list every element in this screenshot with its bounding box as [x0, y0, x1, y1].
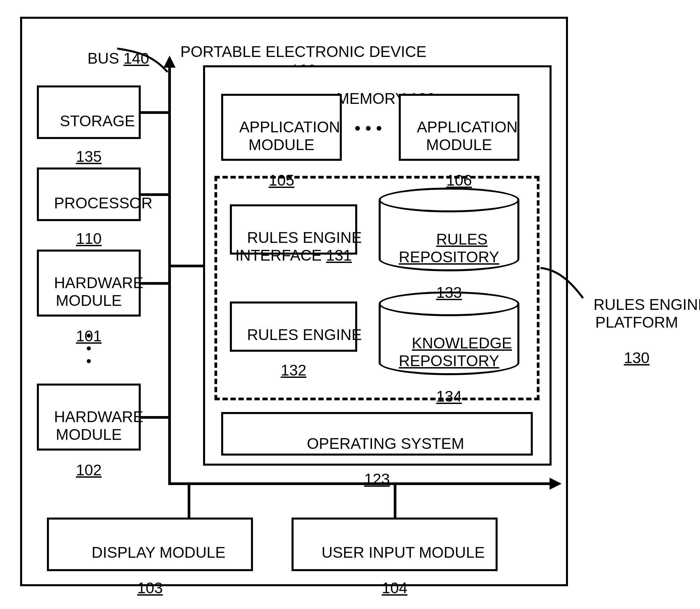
platform-title: RULES ENGINE PLATFORM: [594, 296, 700, 331]
rules-repo-title: RULES REPOSITORY: [399, 230, 499, 266]
re-label: RULES ENGINE 132: [230, 308, 357, 397]
app1-title: APPLICATION MODULE: [239, 118, 340, 153]
storage-ref: 135: [76, 148, 102, 165]
display-stub: [188, 485, 190, 518]
memory-stub: [169, 265, 204, 267]
processor-ref: 110: [76, 230, 102, 247]
os-ref: 123: [364, 470, 390, 488]
hw2-label: HARDWARE MODULE 102: [37, 390, 141, 497]
userinput-ref: 104: [382, 579, 408, 597]
bus-title: BUS: [87, 50, 119, 67]
hw2-title: HARDWARE MODULE: [54, 408, 143, 443]
hw2-ref: 102: [76, 461, 102, 479]
bus-vertical: [168, 65, 171, 484]
re-ref: 132: [281, 362, 307, 379]
vertical-ellipsis-icon: [87, 334, 91, 372]
storage-title: STORAGE: [60, 112, 135, 129]
platform-label: RULES ENGINE PLATFORM 130: [576, 278, 697, 384]
memory-title: MEMORY: [337, 90, 405, 107]
processor-title: PROCESSOR: [54, 194, 152, 212]
app2-title: APPLICATION MODULE: [417, 118, 518, 153]
know-repo-title: KNOWLEDGE REPOSITORY: [399, 334, 512, 369]
os-title: OPERATING SYSTEM: [307, 435, 464, 452]
rules-repo-ref: 133: [436, 284, 462, 301]
rules-repo-label: RULES REPOSITORY 133: [379, 213, 519, 319]
display-title: DISPLAY MODULE: [91, 544, 225, 561]
hw1-title: HARDWARE MODULE: [54, 274, 143, 309]
userinput-stub: [394, 485, 396, 518]
bus-arrow-up: [164, 56, 175, 68]
userinput-label: USER INPUT MODULE 104: [292, 526, 498, 609]
platform-ref: 130: [624, 349, 650, 366]
rei-label: RULES ENGINE INTERFACE 131: [230, 211, 357, 282]
rei-ref: 131: [326, 246, 352, 264]
hw1-stub: [141, 282, 169, 285]
os-label: OPERATING SYSTEM 123: [221, 417, 533, 505]
processor-stub: [141, 193, 169, 196]
bus-ref: 140: [123, 50, 149, 67]
hw2-stub: [141, 416, 169, 419]
know-repo-label: KNOWLEDGE REPOSITORY 134: [379, 316, 519, 423]
horizontal-ellipsis-icon: [355, 125, 387, 129]
rules-repo-cylinder: RULES REPOSITORY 133: [379, 188, 519, 271]
display-label: DISPLAY MODULE 103: [47, 526, 253, 609]
know-repo-ref: 134: [436, 387, 462, 405]
userinput-title: USER INPUT MODULE: [321, 544, 484, 561]
diagram-root: PORTABLE ELECTRONIC DEVICE 100 BUS 140 S…: [0, 0, 700, 609]
re-title: RULES ENGINE: [247, 326, 362, 343]
storage-stub: [141, 111, 169, 114]
bus-label: BUS 140: [62, 32, 149, 85]
bus-arrow-right: [549, 478, 562, 490]
display-ref: 103: [137, 579, 163, 597]
